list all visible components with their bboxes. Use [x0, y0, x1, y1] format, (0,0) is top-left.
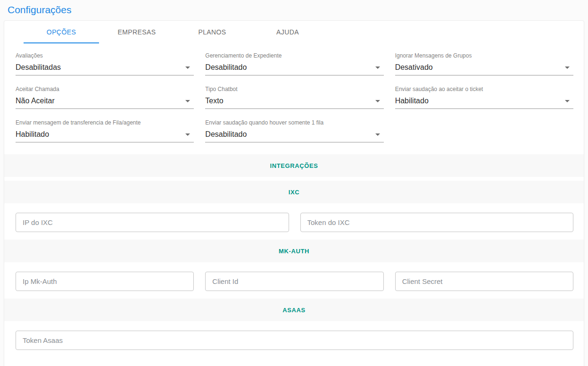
tab-ajuda[interactable]: AJUDA [250, 21, 325, 43]
select-label: Enviar saudação ao aceitar o ticket [395, 86, 573, 92]
page-title: Configurações [0, 0, 588, 20]
arrow-drop-down-icon [185, 67, 190, 69]
options-grid: Avaliações Desabilitadas Gerenciamento d… [4, 43, 584, 154]
arrow-drop-down-icon [565, 100, 570, 102]
select-value: Habilitado [16, 130, 49, 139]
select-value: Desabilitado [205, 63, 247, 72]
select-value: Desativado [395, 63, 433, 72]
ixc-ip-input[interactable] [16, 213, 289, 232]
select-label: Tipo Chatbot [205, 86, 383, 92]
mkauth-ip-input[interactable] [16, 272, 194, 291]
tab-opcoes[interactable]: OPÇÕES [24, 21, 99, 43]
select-label: Ignorar Mensagens de Grupos [395, 52, 573, 59]
section-header-integracoes: INTEGRAÇÕES [4, 154, 584, 177]
select-control[interactable]: Desabilitado [205, 129, 383, 142]
select-avaliacoes[interactable]: Avaliações Desabilitadas [16, 52, 194, 75]
mkauth-client-id-input[interactable] [205, 272, 383, 291]
settings-card: OPÇÕES EMPRESAS PLANOS AJUDA Avaliações … [4, 20, 584, 366]
select-control[interactable]: Desabilitadas [16, 62, 194, 75]
select-enviar-mensagem-transferencia[interactable]: Enviar mensagem de transferencia de Fila… [16, 119, 194, 142]
select-control[interactable]: Habilitado [395, 96, 573, 109]
asaas-inputs-row [4, 325, 584, 358]
mkauth-inputs-row [4, 266, 584, 299]
mkauth-client-secret-input[interactable] [395, 272, 573, 291]
tab-bar: OPÇÕES EMPRESAS PLANOS AJUDA [4, 21, 584, 43]
select-enviar-saudacao-aceitar-ticket[interactable]: Enviar saudação ao aceitar o ticket Habi… [395, 86, 573, 109]
select-value: Desabilitadas [16, 63, 61, 72]
section-header-mkauth: MK-AUTH [4, 240, 584, 262]
select-aceitar-chamada[interactable]: Aceitar Chamada Não Aceitar [16, 86, 194, 109]
ixc-token-input[interactable] [300, 213, 574, 232]
select-label: Aceitar Chamada [16, 86, 194, 92]
arrow-drop-down-icon [375, 100, 380, 102]
select-value: Desabilitado [205, 130, 247, 139]
select-ignorar-mensagens-grupos[interactable]: Ignorar Mensagens de Grupos Desativado [395, 52, 573, 75]
arrow-drop-down-icon [565, 67, 570, 69]
section-header-asaas: ASAAS [4, 299, 584, 321]
tab-empresas[interactable]: EMPRESAS [99, 21, 174, 43]
select-control[interactable]: Texto [205, 96, 383, 109]
section-header-ixc: IXC [4, 181, 584, 203]
select-control[interactable]: Habilitado [16, 129, 194, 142]
select-enviar-saudacao-uma-fila[interactable]: Enviar saudação quando houver somente 1 … [205, 119, 383, 142]
select-value: Não Aceitar [16, 97, 55, 105]
arrow-drop-down-icon [375, 67, 380, 69]
select-label: Avaliações [16, 52, 194, 59]
tab-planos[interactable]: PLANOS [174, 21, 250, 43]
asaas-token-input[interactable] [16, 331, 573, 350]
select-label: Enviar saudação quando houver somente 1 … [205, 119, 383, 126]
select-control[interactable]: Não Aceitar [16, 96, 194, 109]
select-control[interactable]: Desativado [395, 62, 573, 75]
select-value: Habilitado [395, 97, 429, 105]
select-label: Gerenciamento de Expediente [205, 52, 383, 59]
select-gerenciamento-expediente[interactable]: Gerenciamento de Expediente Desabilitado [205, 52, 383, 75]
arrow-drop-down-icon [185, 100, 190, 102]
select-value: Texto [205, 97, 223, 105]
select-label: Enviar mensagem de transferencia de Fila… [16, 119, 194, 126]
arrow-drop-down-icon [185, 133, 190, 136]
select-tipo-chatbot[interactable]: Tipo Chatbot Texto [205, 86, 383, 109]
select-control[interactable]: Desabilitado [205, 62, 383, 75]
ixc-inputs-row [4, 207, 584, 240]
arrow-drop-down-icon [375, 133, 380, 136]
